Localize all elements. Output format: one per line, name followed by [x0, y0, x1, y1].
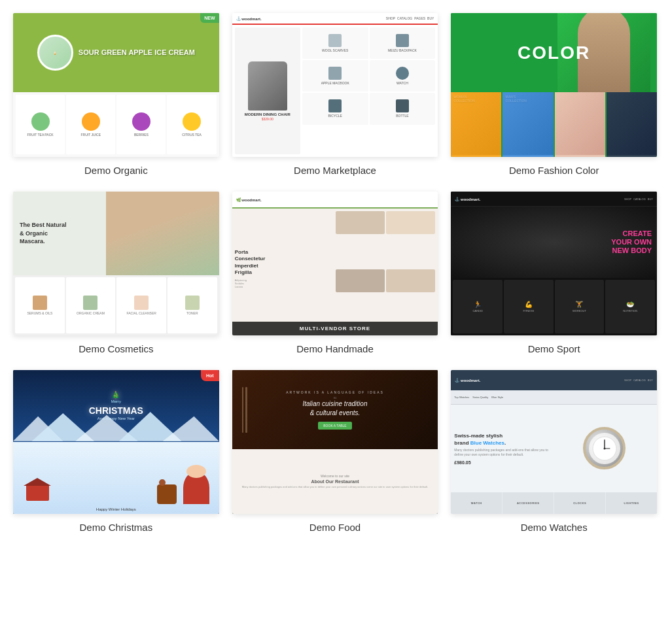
demo-label-cosmetics: Demo Cosmetics	[79, 343, 153, 354]
product-name: FRUIT JUICE	[81, 133, 101, 137]
demos-grid: NEW 🍦 SOUR GREEN APPLE ICE CREAM FRUIT T…	[13, 13, 657, 533]
demo-thumb-food: ARTWORK IS A LANGUAGE OF IDEAS 01 Italia…	[232, 370, 438, 514]
list-item: BERRIES	[116, 95, 166, 154]
handmade-products	[336, 211, 435, 326]
demo-label-watches: Demo Watches	[521, 522, 588, 533]
watch-dial	[591, 435, 618, 462]
christmas-house	[26, 484, 49, 501]
demo-label-food: Demo Food	[309, 522, 361, 533]
handmade-body: PortaConsecteturImperdietFrigilla Adipis…	[232, 209, 438, 329]
product-name: BERRIES	[134, 133, 149, 137]
demo-item-organic[interactable]: NEW 🍦 SOUR GREEN APPLE ICE CREAM FRUIT T…	[13, 13, 219, 176]
sport-logo: ⚓ woodmart.	[455, 197, 480, 201]
market-header: ⚓ woodmart. SHOP CATALOG PAGES BUY	[232, 13, 438, 25]
watches-brand: Swiss-made stylishbrand Blue Watches.	[454, 432, 553, 447]
sport-nav: SHOP CATALOG BUY	[624, 197, 653, 201]
handmade-text: PortaConsecteturImperdietFrigilla Adipis…	[235, 211, 334, 326]
food-tag: ARTWORK IS A LANGUAGE OF IDEAS	[286, 390, 384, 394]
list-item: CITRUS TEA	[167, 95, 216, 154]
food-cta: BOOK A TABLE	[318, 422, 351, 430]
sport-hero: CREATEYOUR OWNNEW BODY	[451, 207, 657, 278]
market-body: MODERN DINING CHAIR $329.00 WOOL SCARVES…	[232, 25, 438, 157]
list-item: MEIZU BACKPACK	[370, 27, 436, 59]
product-icon	[396, 67, 409, 80]
list-item: FRUIT JUICE	[66, 95, 115, 154]
demo-thumb-cosmetics: The Best Natural& OrganicMascara. SERUMS…	[13, 192, 219, 335]
food-restaurant: About Our Restaurant	[311, 479, 359, 484]
handmade-headline: PortaConsecteturImperdietFrigilla	[235, 249, 334, 277]
fashion-hero: COLOR	[451, 13, 657, 92]
handmade-logo: 🌿 woodmart.	[236, 197, 262, 202]
cosmetics-model	[106, 192, 219, 275]
demo-thumb-handmade: 🌿 woodmart. PortaConsecteturImperdietFri…	[232, 192, 438, 335]
list-item: BICYCLE	[302, 93, 368, 124]
watch-product	[583, 427, 626, 469]
product-icon	[328, 34, 342, 47]
christmas-headline: 🎄 Merry CHRISTMAS And Happy New Year	[89, 390, 143, 422]
demo-label-organic: Demo Organic	[84, 165, 148, 176]
list-item	[607, 92, 657, 157]
cosmetics-headline: The Best Natural& OrganicMascara.	[20, 221, 67, 246]
market-chair: MODERN DINING CHAIR $329.00	[235, 27, 300, 154]
list-item	[386, 211, 435, 234]
demo-label-sport: Demo Sport	[528, 343, 580, 354]
christmas-bottom-label: Happy Winter Holidays	[13, 507, 219, 511]
product-icon	[328, 67, 342, 80]
demo-label-handmade: Demo Handmade	[296, 343, 374, 354]
sport-categories: 🏃 CARDIO 💪 FITNESS 🏋 WORKOUT 🥗 NUTRITION	[451, 278, 657, 335]
sport-icon: 🏃	[474, 301, 482, 308]
organic-hero: NEW 🍦 SOUR GREEN APPLE ICE CREAM	[13, 13, 219, 92]
watches-price: £980.05	[454, 460, 553, 465]
fitness-icon: 💪	[525, 301, 533, 308]
demo-item-christmas[interactable]: Hot 🎄 Merry CHRISTMAS And Happy New Year	[13, 370, 219, 533]
food-hero: ARTWORK IS A LANGUAGE OF IDEAS 01 Italia…	[232, 370, 438, 449]
product-icon	[82, 112, 100, 131]
demo-item-food[interactable]: ARTWORK IS A LANGUAGE OF IDEAS 01 Italia…	[232, 370, 438, 533]
market-nav: SHOP CATALOG PAGES BUY	[386, 16, 434, 20]
watches-sub-nav: Top Watches Swiss Quality Blue Style	[451, 390, 657, 405]
watches-body: Swiss-made stylishbrand Blue Watches. Ma…	[451, 405, 657, 492]
list-item	[386, 269, 435, 292]
handmade-header: 🌿 woodmart.	[232, 192, 438, 209]
food-text: ARTWORK IS A LANGUAGE OF IDEAS 01 Italia…	[286, 390, 384, 430]
product-icon	[185, 296, 200, 310]
demo-item-marketplace[interactable]: ⚓ woodmart. SHOP CATALOG PAGES BUY MODER…	[232, 13, 438, 176]
organic-badge: NEW	[200, 13, 219, 23]
list-item: ORGANIC CREAM	[66, 277, 116, 333]
chair-price: $329.00	[262, 117, 273, 121]
list-item: WOOL SCARVES	[302, 27, 368, 59]
christmas-hero: Hot 🎄 Merry CHRISTMAS And Happy New Year	[13, 370, 219, 442]
watches-logo: ⚓ woodmart.	[455, 378, 480, 382]
fashion-collections: WOMANCOLLECTION MAN'SCOLLECTION	[451, 92, 657, 157]
watches-description: Many doctors publishing packages and add…	[454, 448, 553, 457]
product-icon	[33, 296, 47, 310]
demo-label-christmas: Demo Christmas	[79, 522, 152, 533]
watches-header: ⚓ woodmart. SHOP CATALOG BUY	[451, 370, 657, 390]
cosmetics-hero: The Best Natural& OrganicMascara.	[13, 192, 219, 275]
demo-item-sport[interactable]: ⚓ woodmart. SHOP CATALOG BUY CREATEYOUR …	[451, 192, 657, 354]
christmas-scene: Happy Winter Holidays	[13, 442, 219, 514]
list-item: 🏋 WORKOUT	[555, 280, 605, 333]
market-products: WOOL SCARVES MEIZU BACKPACK APPLE MACBOO…	[302, 27, 435, 125]
list-item	[555, 92, 605, 157]
product-icon	[328, 99, 342, 112]
product-icon	[83, 296, 97, 310]
list-item: BOTTLE	[370, 93, 436, 124]
organic-headline: SOUR GREEN APPLE ICE CREAM	[79, 48, 195, 57]
sport-headline: CREATEYOUR OWNNEW BODY	[611, 229, 652, 256]
list-item: SERUMS & OILS	[15, 277, 65, 333]
demo-item-fashion[interactable]: COLOR WOMANCOLLECTION MAN'SCOLLECTION	[451, 13, 657, 176]
food-bottom: Welcome to our site About Our Restaurant…	[232, 449, 438, 514]
product-name: CITRUS TEA	[182, 133, 202, 137]
demo-thumb-organic: NEW 🍦 SOUR GREEN APPLE ICE CREAM FRUIT T…	[13, 13, 219, 157]
demo-label-fashion: Demo Fashion Color	[509, 165, 599, 176]
list-item	[336, 269, 385, 292]
christmas-santa	[183, 471, 209, 504]
food-welcome: Welcome to our site	[321, 474, 349, 478]
fashion-headline: COLOR	[518, 42, 590, 63]
organic-products: FRUIT TEA PACK FRUIT JUICE BERRIES CITRU…	[13, 92, 219, 157]
demo-item-handmade[interactable]: 🌿 woodmart. PortaConsecteturImperdietFri…	[232, 192, 438, 354]
chair-image	[248, 61, 287, 110]
demo-item-cosmetics[interactable]: The Best Natural& OrganicMascara. SERUMS…	[13, 192, 219, 354]
demo-item-watches[interactable]: ⚓ woodmart. SHOP CATALOG BUY Top Watches…	[451, 370, 657, 533]
